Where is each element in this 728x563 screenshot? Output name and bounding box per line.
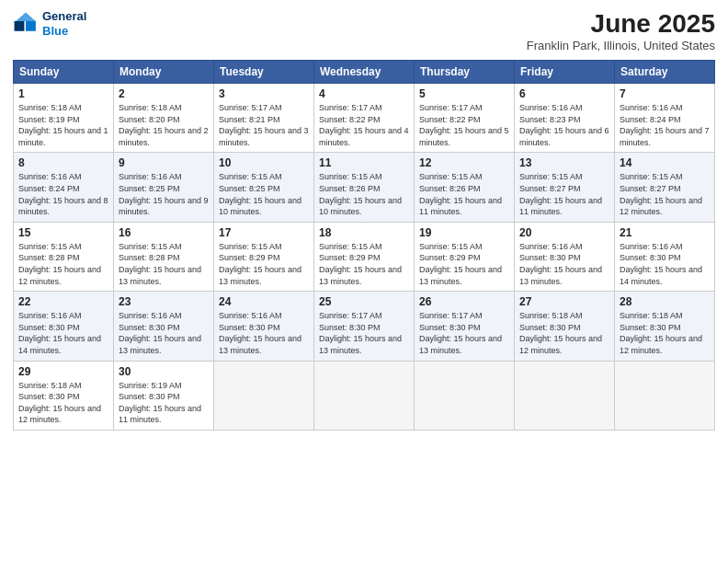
header-wednesday: Wednesday — [314, 61, 415, 84]
day-11: 11 Sunrise: 5:15 AMSunset: 8:26 PMDaylig… — [314, 153, 415, 222]
logo-icon — [13, 11, 39, 37]
header-saturday: Saturday — [615, 61, 715, 84]
page: General Blue June 2025 Franklin Park, Il… — [0, 0, 728, 563]
day-5: 5 Sunrise: 5:17 AMSunset: 8:22 PMDayligh… — [415, 84, 515, 153]
day-15: 15 Sunrise: 5:15 AMSunset: 8:28 PMDaylig… — [14, 222, 114, 291]
empty-cell-3 — [415, 361, 515, 430]
header-thursday: Thursday — [415, 61, 515, 84]
title-block: June 2025 Franklin Park, Illinois, Unite… — [527, 9, 715, 52]
day-30: 30 Sunrise: 5:19 AMSunset: 8:30 PMDaylig… — [114, 361, 214, 430]
empty-cell-2 — [314, 361, 415, 430]
header-friday: Friday — [515, 61, 615, 84]
header-sunday: Sunday — [14, 61, 114, 84]
day-9: 9 Sunrise: 5:16 AMSunset: 8:25 PMDayligh… — [114, 153, 214, 222]
logo-line1: General — [42, 9, 86, 24]
day-6: 6 Sunrise: 5:16 AMSunset: 8:23 PMDayligh… — [515, 84, 615, 153]
day-22: 22 Sunrise: 5:16 AMSunset: 8:30 PMDaylig… — [14, 292, 114, 361]
day-24: 24 Sunrise: 5:16 AMSunset: 8:30 PMDaylig… — [214, 292, 314, 361]
day-14: 14 Sunrise: 5:15 AMSunset: 8:27 PMDaylig… — [615, 153, 715, 222]
day-10: 10 Sunrise: 5:15 AMSunset: 8:25 PMDaylig… — [214, 153, 314, 222]
day-7: 7 Sunrise: 5:16 AMSunset: 8:24 PMDayligh… — [615, 84, 715, 153]
empty-cell-1 — [214, 361, 314, 430]
logo-line2: Blue — [42, 24, 68, 38]
day-4: 4 Sunrise: 5:17 AMSunset: 8:22 PMDayligh… — [314, 84, 415, 153]
day-1: 1 Sunrise: 5:18 AMSunset: 8:19 PMDayligh… — [14, 84, 114, 153]
day-20: 20 Sunrise: 5:16 AMSunset: 8:30 PMDaylig… — [515, 222, 615, 291]
header-monday: Monday — [114, 61, 214, 84]
svg-rect-2 — [26, 20, 36, 30]
day-2: 2 Sunrise: 5:18 AMSunset: 8:20 PMDayligh… — [114, 84, 214, 153]
header-tuesday: Tuesday — [214, 61, 314, 84]
day-21: 21 Sunrise: 5:16 AMSunset: 8:30 PMDaylig… — [615, 222, 715, 291]
week-row-2: 8 Sunrise: 5:16 AMSunset: 8:24 PMDayligh… — [14, 153, 715, 222]
day-18: 18 Sunrise: 5:15 AMSunset: 8:29 PMDaylig… — [314, 222, 415, 291]
day-13: 13 Sunrise: 5:15 AMSunset: 8:27 PMDaylig… — [515, 153, 615, 222]
day-29: 29 Sunrise: 5:18 AMSunset: 8:30 PMDaylig… — [14, 361, 114, 430]
weekday-header-row: Sunday Monday Tuesday Wednesday Thursday… — [14, 61, 715, 84]
day-3: 3 Sunrise: 5:17 AMSunset: 8:21 PMDayligh… — [214, 84, 314, 153]
day-26: 26 Sunrise: 5:17 AMSunset: 8:30 PMDaylig… — [415, 292, 515, 361]
empty-cell-4 — [515, 361, 615, 430]
day-17: 17 Sunrise: 5:15 AMSunset: 8:29 PMDaylig… — [214, 222, 314, 291]
day-28: 28 Sunrise: 5:18 AMSunset: 8:30 PMDaylig… — [615, 292, 715, 361]
main-title: June 2025 — [527, 9, 715, 39]
week-row-3: 15 Sunrise: 5:15 AMSunset: 8:28 PMDaylig… — [14, 222, 715, 291]
day-27: 27 Sunrise: 5:18 AMSunset: 8:30 PMDaylig… — [515, 292, 615, 361]
header: General Blue June 2025 Franklin Park, Il… — [13, 9, 715, 52]
week-row-5: 29 Sunrise: 5:18 AMSunset: 8:30 PMDaylig… — [14, 361, 715, 430]
day-19: 19 Sunrise: 5:15 AMSunset: 8:29 PMDaylig… — [415, 222, 515, 291]
week-row-4: 22 Sunrise: 5:16 AMSunset: 8:30 PMDaylig… — [14, 292, 715, 361]
day-8: 8 Sunrise: 5:16 AMSunset: 8:24 PMDayligh… — [14, 153, 114, 222]
logo: General Blue — [13, 9, 86, 38]
day-23: 23 Sunrise: 5:16 AMSunset: 8:30 PMDaylig… — [114, 292, 214, 361]
svg-rect-1 — [15, 20, 25, 30]
week-row-1: 1 Sunrise: 5:18 AMSunset: 8:19 PMDayligh… — [14, 84, 715, 153]
logo-text: General Blue — [42, 9, 86, 38]
day-16: 16 Sunrise: 5:15 AMSunset: 8:28 PMDaylig… — [114, 222, 214, 291]
empty-cell-5 — [615, 361, 715, 430]
calendar-table: Sunday Monday Tuesday Wednesday Thursday… — [13, 60, 715, 431]
subtitle: Franklin Park, Illinois, United States — [527, 39, 715, 52]
day-25: 25 Sunrise: 5:17 AMSunset: 8:30 PMDaylig… — [314, 292, 415, 361]
day-12: 12 Sunrise: 5:15 AMSunset: 8:26 PMDaylig… — [415, 153, 515, 222]
